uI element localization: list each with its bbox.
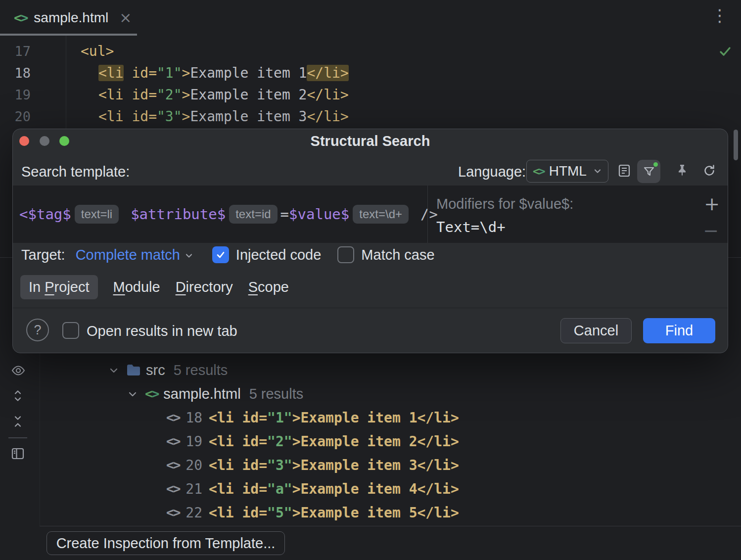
scope-tab-scope[interactable]: Scope	[248, 279, 289, 295]
tab-label: roject	[54, 279, 90, 295]
pin-icon[interactable]	[676, 164, 689, 177]
code-tag: >Example item 3</li>	[292, 457, 459, 473]
create-inspection-button[interactable]: Create Inspection from Template...	[46, 531, 285, 555]
tree-row-file[interactable]: <> sample.html 5 results	[127, 383, 303, 405]
code-tag: <li	[98, 87, 124, 103]
search-template-label: Search template:	[21, 164, 130, 180]
collapse-all-icon[interactable]	[11, 415, 25, 428]
filter-toggle-button[interactable]	[637, 160, 660, 183]
line-number-active: 18	[0, 65, 31, 81]
code-tag: >Example item 5</li>	[292, 505, 459, 521]
add-modifier-button[interactable]: +	[704, 194, 720, 213]
editor-line[interactable]: 17 <ul>	[0, 40, 741, 62]
mnemonic: S	[248, 279, 258, 295]
expand-all-icon[interactable]	[11, 389, 25, 403]
chevron-down-icon	[593, 167, 602, 176]
html-file-icon: <>	[533, 165, 545, 178]
match-case-checkbox[interactable]	[337, 246, 354, 263]
help-button[interactable]: ?	[26, 319, 49, 341]
code-string: "1"	[157, 65, 182, 81]
open-results-label[interactable]: Open results in new tab	[87, 323, 237, 339]
scope-tab-in-project[interactable]: In Project	[20, 275, 98, 299]
html-file-icon: <>	[14, 10, 27, 25]
mnemonic: D	[176, 279, 186, 295]
injected-code-checkbox[interactable]	[212, 246, 229, 263]
toolstrip-divider	[40, 353, 40, 526]
attribute-filter-hint[interactable]: text=id	[229, 205, 277, 224]
reset-icon[interactable]	[702, 164, 716, 178]
target-value-dropdown[interactable]: Complete match	[76, 247, 180, 263]
code-tag: <li id=	[209, 410, 267, 426]
mnemonic: P	[45, 279, 54, 295]
tree-row-src[interactable]: src 5 results	[108, 359, 228, 381]
editor-line[interactable]: 20 <li id="3">Example item 3</li>	[0, 105, 741, 127]
find-button[interactable]: Find	[643, 318, 715, 343]
preview-panel-icon[interactable]	[11, 447, 25, 461]
result-line-number: 21	[185, 481, 202, 497]
value-filter-hint[interactable]: text=\d+	[353, 205, 409, 224]
code-text: Example item 3	[190, 108, 307, 125]
code-string: "5"	[267, 505, 292, 521]
code-tag: >Example item 4</li>	[292, 481, 459, 497]
file-name: sample.html	[163, 386, 240, 402]
code-string: "2"	[157, 87, 182, 103]
code-tag: <li id=	[209, 481, 267, 497]
modifiers-title: Modifiers for $value$:	[436, 196, 573, 212]
chevron-down-icon[interactable]	[108, 365, 119, 376]
more-options-icon[interactable]: ⋮	[711, 7, 728, 24]
html-file-icon: <>	[145, 386, 158, 401]
language-dropdown[interactable]: <> HTML	[526, 160, 608, 183]
modifiers-panel: Modifiers for $value$: Text=\d+	[436, 196, 573, 235]
result-code: <li id="5">Example item 5</li>	[209, 505, 459, 521]
result-count: 5 results	[249, 386, 304, 402]
code-text: Example item 1	[190, 65, 307, 81]
open-results-checkbox[interactable]	[62, 322, 79, 339]
close-tag-token: />	[420, 206, 438, 223]
editor-line[interactable]: 18 <li id="1">Example item 1</li>	[0, 62, 741, 84]
code-attr: id=	[124, 87, 157, 103]
scope-tab-directory[interactable]: Directory	[176, 279, 233, 295]
chevron-down-icon[interactable]	[127, 389, 138, 400]
code-tag: </li>	[307, 108, 348, 125]
result-row[interactable]: <> 18 <li id="1">Example item 1</li>	[166, 407, 459, 428]
target-row: Target: Complete match Injected code Mat…	[21, 244, 435, 266]
result-row[interactable]: <> 22 <li id="5">Example item 5</li>	[166, 502, 459, 523]
inspections-ok-icon[interactable]	[717, 44, 733, 59]
tab-label: odule	[125, 279, 160, 295]
match-case-label[interactable]: Match case	[361, 247, 434, 263]
dialog-title: Structural Search	[13, 133, 728, 149]
preview-eye-icon[interactable]	[11, 363, 26, 378]
result-row[interactable]: <> 19 <li id="2">Example item 2</li>	[166, 430, 459, 452]
tag-filter-hint[interactable]: text=li	[75, 205, 119, 224]
result-line-number: 20	[185, 457, 202, 473]
close-tab-icon[interactable]: ×	[119, 10, 132, 25]
result-row[interactable]: <> 20 <li id="3">Example item 3</li>	[166, 454, 459, 476]
code-string: "3"	[157, 108, 182, 125]
result-count: 5 results	[174, 362, 228, 378]
remove-modifier-button[interactable]: −	[703, 221, 719, 240]
existing-templates-icon[interactable]	[617, 164, 631, 178]
tag-variable: <$tag$	[19, 206, 71, 223]
line-number: 20	[0, 109, 31, 124]
injected-code-label[interactable]: Injected code	[236, 247, 322, 263]
scrollbar-thumb[interactable]	[734, 130, 738, 160]
code-tag: <li	[98, 108, 124, 125]
editor-line[interactable]: 19 <li id="2">Example item 2</li>	[0, 84, 741, 105]
result-row[interactable]: <> 21 <li id="a">Example item 4</li>	[166, 478, 459, 500]
tab-sample-html[interactable]: <> sample.html ×	[0, 0, 142, 36]
tab-label: In	[29, 279, 45, 295]
structural-search-dialog: Structural Search Search template: Langu…	[12, 129, 728, 353]
cancel-button[interactable]: Cancel	[560, 318, 632, 343]
match-highlight: </li>	[307, 65, 348, 81]
code-tag: >	[182, 65, 190, 81]
code-string: "2"	[267, 433, 292, 450]
code-editor[interactable]: 17 <ul> 18 <li id="1">Example item 1</li…	[0, 40, 741, 127]
code-line: <li id="2">Example item 2</li>	[98, 87, 349, 103]
code-line: <li id="3">Example item 3</li>	[98, 108, 349, 125]
result-line-number: 22	[185, 505, 202, 521]
code-string: "a"	[267, 481, 292, 497]
template-expression[interactable]: <$tag$ text=li $attribute$ text=id = $va…	[19, 186, 438, 243]
editor-tab-bar: <> sample.html × ⋮	[0, 0, 741, 36]
template-editor[interactable]: <$tag$ text=li $attribute$ text=id = $va…	[13, 186, 728, 243]
scope-tab-module[interactable]: Module	[113, 279, 160, 295]
